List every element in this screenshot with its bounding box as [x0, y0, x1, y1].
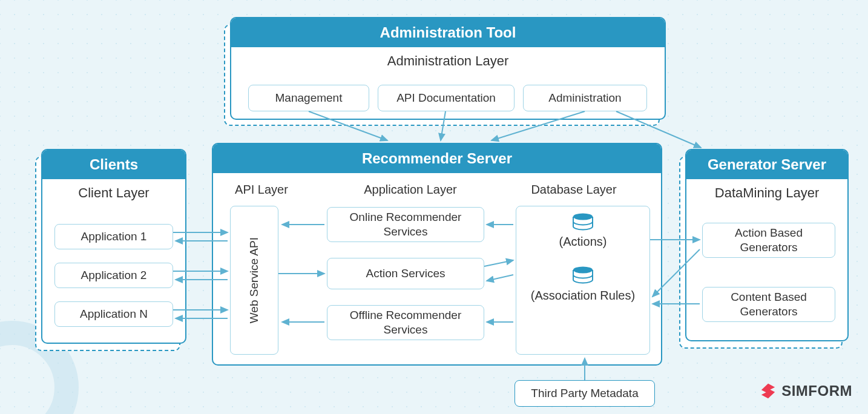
svg-point-0: [573, 214, 593, 220]
admin-item-management: Management: [248, 85, 369, 111]
offline-recommender-box: Offline Recommender Services: [327, 305, 484, 340]
db-actions-label: (Actions): [516, 235, 650, 249]
clients-header: Clients: [42, 150, 185, 179]
database-icon-rules: [572, 266, 594, 287]
client-app-n: Application N: [54, 301, 173, 327]
action-based-generators-box: Action Based Generators: [702, 223, 835, 258]
client-app-2: Application 2: [54, 263, 173, 288]
web-service-api-box: Web Service API: [230, 206, 278, 355]
api-layer-title: API Layer: [225, 183, 298, 197]
admin-item-administration: Administration: [523, 85, 647, 111]
app-layer-title: Application Layer: [332, 183, 489, 197]
generator-subtitle: DataMining Layer: [686, 179, 847, 205]
third-party-metadata-box: Third Party Metadata: [515, 380, 655, 407]
brand-logo: SIMFORM: [760, 383, 852, 399]
online-recommender-box: Online Recommender Services: [327, 207, 484, 242]
brand-logo-mark: [760, 383, 777, 399]
web-service-api-label: Web Service API: [247, 237, 261, 323]
db-layer-title: Database Layer: [507, 183, 640, 197]
admin-header: Administration Tool: [231, 18, 665, 47]
database-icon-actions: [572, 213, 594, 234]
content-based-generators-box: Content Based Generators: [702, 287, 835, 322]
clients-subtitle: Client Layer: [42, 179, 185, 205]
generator-header: Generator Server: [686, 150, 847, 179]
client-app-1: Application 1: [54, 224, 173, 249]
admin-item-api-doc: API Documentation: [378, 85, 515, 111]
admin-subtitle: Administration Layer: [231, 47, 665, 73]
db-rules-label: (Association Rules): [516, 288, 650, 303]
svg-point-1: [573, 267, 593, 274]
recommender-header: Recommender Server: [213, 144, 661, 173]
brand-logo-text: SIMFORM: [781, 383, 852, 399]
action-services-box: Action Services: [327, 258, 484, 289]
